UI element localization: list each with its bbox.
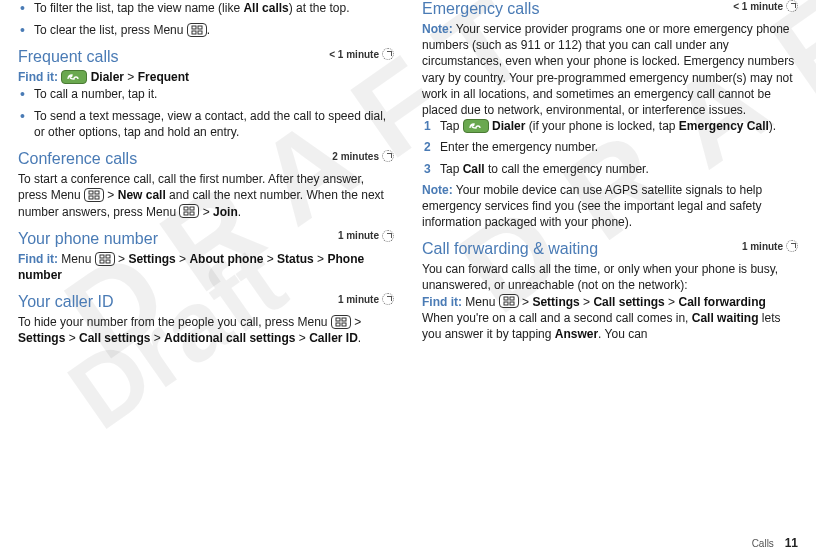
menu-icon bbox=[84, 188, 104, 202]
text: (if your phone is locked, tap bbox=[525, 119, 678, 133]
time-tag: 1 minute bbox=[742, 240, 798, 252]
conference-body: To start a conference call, call the fir… bbox=[18, 171, 394, 220]
svg-rect-6 bbox=[89, 196, 93, 199]
svg-rect-12 bbox=[100, 255, 104, 258]
note-body: Your service provider programs one or mo… bbox=[422, 22, 794, 117]
text: Menu bbox=[61, 252, 91, 266]
bold-text: Call waiting bbox=[692, 311, 759, 325]
clock-icon bbox=[382, 293, 394, 305]
time-text: < 1 minute bbox=[733, 1, 783, 12]
svg-rect-14 bbox=[100, 260, 104, 263]
note-body: Your mobile device can use AGPS satellit… bbox=[422, 183, 762, 229]
svg-rect-2 bbox=[192, 31, 196, 34]
phone-icon bbox=[463, 119, 489, 133]
text: To hide your number from the people you … bbox=[18, 315, 331, 329]
time-tag: 1 minute bbox=[338, 293, 394, 305]
list-item: 3 Tap Call to call the emergency number. bbox=[422, 161, 798, 177]
forwarding-body: You can forward calls all the time, or o… bbox=[422, 261, 798, 293]
path-part: Call forwarding bbox=[678, 295, 765, 309]
path-part: Settings bbox=[18, 331, 65, 345]
bold-text: Answer bbox=[555, 327, 598, 341]
find-it-path: Find it: Menu > Settings > Call settings… bbox=[422, 294, 798, 310]
text: . bbox=[238, 205, 241, 219]
svg-rect-11 bbox=[190, 212, 194, 215]
text: When you're on a call and a second call … bbox=[422, 311, 692, 325]
clock-icon bbox=[786, 240, 798, 252]
list-item: 2 Enter the emergency number. bbox=[422, 139, 798, 155]
sep: > bbox=[124, 70, 138, 84]
title-text: Conference calls bbox=[18, 150, 137, 167]
title-text: Frequent calls bbox=[18, 48, 119, 65]
step-number: 2 bbox=[424, 139, 431, 155]
text: . You can bbox=[598, 327, 647, 341]
path-part: Call settings bbox=[79, 331, 150, 345]
section-title-conference: 2 minutes Conference calls bbox=[18, 150, 394, 168]
svg-rect-13 bbox=[106, 255, 110, 258]
path-part: Additional call settings bbox=[164, 331, 295, 345]
svg-rect-8 bbox=[184, 207, 188, 210]
svg-rect-0 bbox=[192, 26, 196, 29]
page-footer: Calls 11 bbox=[752, 536, 798, 550]
menu-icon bbox=[331, 315, 351, 329]
path-part: About phone bbox=[189, 252, 263, 266]
step-number: 1 bbox=[424, 118, 431, 134]
section-title-phonenumber: 1 minute Your phone number bbox=[18, 230, 394, 248]
emergency-note2: Note: Your mobile device can use AGPS sa… bbox=[422, 182, 798, 231]
page-number: 11 bbox=[785, 536, 798, 550]
title-text: Your phone number bbox=[18, 230, 158, 247]
text: Tap bbox=[440, 162, 463, 176]
svg-rect-15 bbox=[106, 260, 110, 263]
frequent-list: To call a number, tap it. To send a text… bbox=[18, 86, 394, 141]
time-tag: < 1 minute bbox=[733, 0, 798, 12]
bold-text: Dialer bbox=[492, 119, 525, 133]
bold-text: Call bbox=[463, 162, 485, 176]
time-text: 1 minute bbox=[742, 241, 783, 252]
menu-icon bbox=[187, 23, 207, 37]
text: Enter the emergency number. bbox=[440, 140, 598, 154]
bold-text: Emergency Call bbox=[679, 119, 769, 133]
clock-icon bbox=[382, 48, 394, 60]
callerid-body: To hide your number from the people you … bbox=[18, 314, 394, 346]
footer-section: Calls bbox=[752, 538, 774, 549]
clock-icon bbox=[382, 230, 394, 242]
text: ) at the top. bbox=[289, 1, 350, 15]
svg-rect-5 bbox=[95, 191, 99, 194]
list-item: To call a number, tap it. bbox=[18, 86, 394, 102]
text: Tap bbox=[440, 119, 463, 133]
time-tag: < 1 minute bbox=[329, 48, 394, 60]
list-item: To clear the list, press Menu . bbox=[18, 22, 394, 38]
sep: > bbox=[199, 205, 213, 219]
step-number: 3 bbox=[424, 161, 431, 177]
text: ). bbox=[769, 119, 776, 133]
svg-rect-10 bbox=[184, 212, 188, 215]
section-title-callerid: 1 minute Your caller ID bbox=[18, 293, 394, 311]
svg-rect-23 bbox=[510, 302, 514, 305]
svg-rect-17 bbox=[342, 318, 346, 321]
sep: > bbox=[104, 188, 118, 202]
text: . bbox=[207, 23, 210, 37]
find-it-path: Find it: Dialer > Frequent bbox=[18, 69, 394, 85]
menu-icon bbox=[499, 294, 519, 308]
bold-text: All calls bbox=[243, 1, 288, 15]
section-title-emergency: < 1 minute Emergency calls bbox=[422, 0, 798, 18]
text: To clear the list, press Menu bbox=[34, 23, 187, 37]
svg-rect-21 bbox=[510, 297, 514, 300]
svg-rect-9 bbox=[190, 207, 194, 210]
text: To filter the list, tap the view name (l… bbox=[34, 1, 243, 15]
clock-icon bbox=[382, 150, 394, 162]
title-text: Your caller ID bbox=[18, 293, 113, 310]
svg-rect-22 bbox=[504, 302, 508, 305]
path-part: Dialer bbox=[91, 70, 124, 84]
emergency-steps: 1 Tap Dialer (if your phone is locked, t… bbox=[422, 118, 798, 177]
bold-text: Join bbox=[213, 205, 238, 219]
find-it-label: Find it: bbox=[422, 295, 462, 309]
path-part: Settings bbox=[128, 252, 175, 266]
time-text: < 1 minute bbox=[329, 49, 379, 60]
time-text: 1 minute bbox=[338, 230, 379, 241]
find-it-label: Find it: bbox=[18, 252, 58, 266]
note-label: Note: bbox=[422, 22, 453, 36]
time-text: 2 minutes bbox=[332, 151, 379, 162]
path-part: Call settings bbox=[593, 295, 664, 309]
svg-rect-18 bbox=[336, 323, 340, 326]
section-title-frequent: < 1 minute Frequent calls bbox=[18, 48, 394, 66]
